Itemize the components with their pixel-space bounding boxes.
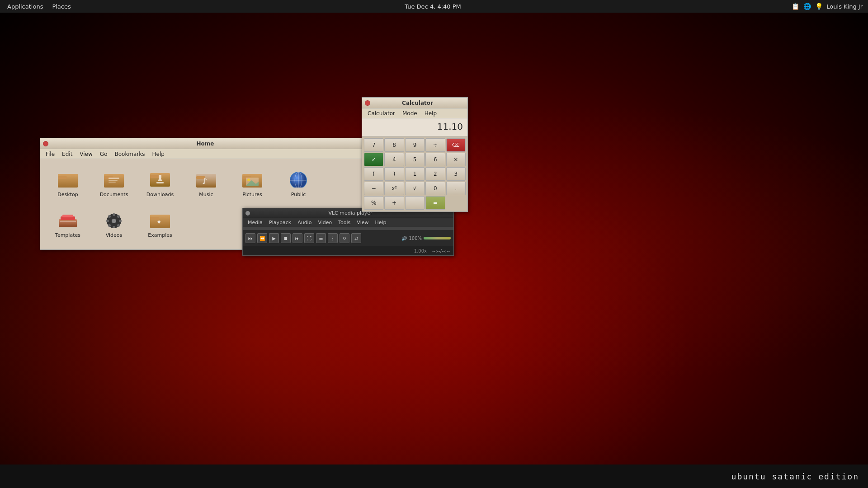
svg-point-35 xyxy=(119,220,122,222)
calc-btn-enter[interactable]: ✓ xyxy=(364,153,383,166)
calc-btn-percent[interactable]: % xyxy=(364,196,383,210)
file-manager-menu-file[interactable]: File xyxy=(42,150,58,158)
vlc-timeline[interactable] xyxy=(243,227,453,230)
file-manager-menu-bookmarks[interactable]: Bookmarks xyxy=(111,150,148,158)
vlc-window: VLC media player Media Playback Audio Vi… xyxy=(242,208,454,256)
vlc-shuffle-btn[interactable]: ⇄ xyxy=(351,233,361,243)
file-manager-menu-go[interactable]: Go xyxy=(96,150,111,158)
user-name: Louis King Jr xyxy=(826,3,863,10)
list-item[interactable]: Desktop xyxy=(47,166,88,202)
file-manager-close-button[interactable] xyxy=(43,141,48,146)
vlc-volume-icon: 🔊 xyxy=(401,236,407,241)
calculator-menu-mode[interactable]: Mode xyxy=(399,109,421,117)
vlc-volume-area: 🔊 100% xyxy=(401,236,451,241)
vlc-menu-help[interactable]: Help xyxy=(372,219,389,226)
calc-btn-backspace[interactable]: ⌫ xyxy=(446,138,466,152)
svg-rect-26 xyxy=(59,219,77,227)
calculator-display: 11.10 xyxy=(362,118,467,136)
file-manager-menu-view[interactable]: View xyxy=(76,150,96,158)
calc-btn-square[interactable]: x² xyxy=(384,182,404,195)
top-panel-right: 📋 🌐 💡 Louis King Jr xyxy=(791,2,868,10)
calc-btn-multiply[interactable]: × xyxy=(446,153,466,166)
vlc-play-btn[interactable]: ▶ xyxy=(269,233,279,243)
list-item[interactable]: Public xyxy=(278,166,319,202)
vlc-prev-btn[interactable]: ⏮ xyxy=(245,233,255,243)
vlc-menubar: Media Playback Audio Video Tools View He… xyxy=(243,218,453,227)
svg-rect-29 xyxy=(60,221,76,222)
vlc-menu-audio[interactable]: Audio xyxy=(294,219,315,226)
calc-btn-4[interactable]: 4 xyxy=(384,153,404,166)
calc-btn-7[interactable]: 7 xyxy=(364,138,383,152)
calculator-window: Calculator Calculator Mode Help 11.10 7 … xyxy=(362,97,468,212)
clipboard-tray-icon[interactable]: 📋 xyxy=(791,2,799,10)
desktop-folder-label: Desktop xyxy=(57,192,78,197)
calc-btn-subtract[interactable]: − xyxy=(364,182,383,195)
calc-btn-1[interactable]: 1 xyxy=(405,167,425,181)
vlc-list-btn[interactable]: ☰ xyxy=(316,233,326,243)
calc-btn-dot[interactable]: . xyxy=(446,182,466,195)
svg-point-31 xyxy=(112,219,116,223)
svg-rect-5 xyxy=(108,178,119,179)
vlc-next-btn[interactable]: ⏭ xyxy=(292,233,302,243)
svg-point-38 xyxy=(117,215,120,218)
documents-folder-icon xyxy=(103,168,125,190)
calc-btn-rparen[interactable]: ) xyxy=(384,167,404,181)
list-item[interactable]: ✦ Examples xyxy=(140,207,180,242)
vlc-menu-playback[interactable]: Playback xyxy=(266,219,294,226)
calc-btn-divide[interactable]: ÷ xyxy=(425,138,445,152)
calc-btn-sqrt[interactable]: √ xyxy=(405,182,425,195)
calc-btn-equals[interactable]: = xyxy=(425,196,445,210)
calc-btn-0[interactable]: 0 xyxy=(425,182,445,195)
public-folder-label: Public xyxy=(291,192,306,197)
vlc-menu-media[interactable]: Media xyxy=(245,219,266,226)
vlc-volume-bar[interactable] xyxy=(424,237,451,239)
calc-btn-6[interactable]: 6 xyxy=(425,153,445,166)
svg-rect-12 xyxy=(156,182,164,183)
vlc-menu-video[interactable]: Video xyxy=(315,219,335,226)
network-tray-icon[interactable]: 🌐 xyxy=(803,2,811,10)
vlc-menu-tools[interactable]: Tools xyxy=(335,219,354,226)
file-manager-titlebar: Home xyxy=(40,138,365,149)
places-menu[interactable]: Places xyxy=(48,2,74,11)
distro-label: ubuntu satanic edition xyxy=(731,472,859,481)
list-item[interactable]: Pictures xyxy=(232,166,273,202)
vlc-speed-display: 1.00x xyxy=(414,249,427,253)
vlc-stop-btn[interactable]: ⏹ xyxy=(281,233,291,243)
vlc-volume-fill xyxy=(424,237,451,239)
calc-btn-lparen[interactable]: ( xyxy=(364,167,383,181)
top-panel-left: Applications Places xyxy=(0,2,75,11)
svg-rect-28 xyxy=(62,215,73,217)
bottom-panel: ubuntu satanic edition xyxy=(0,465,868,488)
vlc-close-button[interactable] xyxy=(245,211,250,216)
videos-folder-icon xyxy=(103,209,125,230)
pictures-folder-label: Pictures xyxy=(242,192,262,197)
list-item[interactable]: Downloads xyxy=(140,166,180,202)
calc-btn-add[interactable]: + xyxy=(384,196,404,210)
vlc-bottom-bar: 1.00x --:--/--:-- xyxy=(243,246,453,255)
file-manager-menu-help[interactable]: Help xyxy=(149,150,168,158)
calculator-close-button[interactable] xyxy=(365,100,370,106)
list-item[interactable]: Templates xyxy=(47,207,88,242)
calc-btn-5[interactable]: 5 xyxy=(405,153,425,166)
power-tray-icon[interactable]: 💡 xyxy=(815,2,823,10)
vlc-menu-view[interactable]: View xyxy=(354,219,372,226)
calc-btn-2[interactable]: 2 xyxy=(425,167,445,181)
calc-btn-8[interactable]: 8 xyxy=(384,138,404,152)
calculator-menu-calculator[interactable]: Calculator xyxy=(364,109,399,117)
list-item[interactable]: Videos xyxy=(94,207,134,242)
calculator-menu-help[interactable]: Help xyxy=(421,109,440,117)
calculator-titlebar: Calculator xyxy=(362,98,467,108)
vlc-loop-btn[interactable]: ↻ xyxy=(340,233,349,243)
applications-menu[interactable]: Applications xyxy=(4,2,47,11)
list-item[interactable]: Documents xyxy=(94,166,134,202)
datetime-display: Tue Dec 4, 4:40 PM xyxy=(75,3,792,10)
calc-btn-3[interactable]: 3 xyxy=(446,167,466,181)
examples-folder-icon: ✦ xyxy=(149,209,171,230)
calc-btn-9[interactable]: 9 xyxy=(405,138,425,152)
list-item[interactable]: ♪ Music xyxy=(186,166,226,202)
vlc-fullscreen-btn[interactable]: ⛶ xyxy=(304,233,314,243)
vlc-rewind-btn[interactable]: ⏪ xyxy=(257,233,267,243)
file-manager-menu-edit[interactable]: Edit xyxy=(58,150,76,158)
svg-rect-7 xyxy=(108,182,116,183)
vlc-ext-btn[interactable]: ⋮ xyxy=(328,233,338,243)
